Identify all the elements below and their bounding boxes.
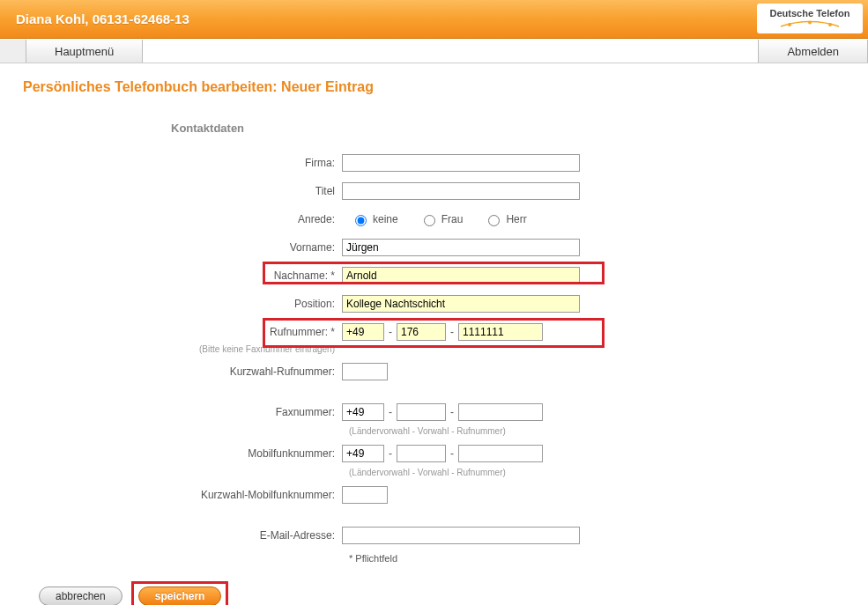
brand-logo: Deutsche Telefon (757, 4, 863, 33)
input-mobil-num[interactable] (458, 445, 543, 462)
input-mobil-area[interactable] (397, 445, 446, 462)
input-position[interactable] (342, 295, 580, 313)
header-bar: Diana Kohl, 06131-62468-13 Deutsche Tele… (0, 0, 868, 39)
highlight-box-speichern: speichern (131, 581, 229, 605)
input-mobil-cc[interactable] (342, 445, 384, 462)
button-bar: abbrechen speichern (0, 578, 868, 605)
label-firma: Firma: (23, 157, 342, 169)
input-fax-area[interactable] (397, 403, 446, 421)
input-fax-num[interactable] (458, 403, 543, 421)
svg-point-2 (828, 23, 832, 26)
save-button[interactable]: speichern (138, 587, 222, 605)
label-mobil: Mobilfunknummer: (23, 447, 342, 460)
radio-anrede-keine-label: keine (373, 213, 398, 225)
input-kurzwahl-ruf[interactable] (342, 363, 388, 380)
page-title: Persönliches Telefonbuch bearbeiten: Neu… (23, 79, 845, 95)
radio-anrede-keine-input[interactable] (355, 215, 367, 226)
radio-anrede-frau[interactable]: Frau (419, 212, 464, 226)
label-anrede: Anrede: (23, 213, 342, 225)
helper-fax-hint: (Ländervorwahl - Vorwahl - Rufnummer) (349, 426, 845, 436)
dash-icon: - (389, 447, 392, 460)
section-title: Kontaktdaten (171, 122, 845, 135)
cancel-button[interactable]: abbrechen (39, 587, 122, 605)
radio-anrede-herr-input[interactable] (488, 215, 500, 226)
brand-swoosh-icon (779, 20, 841, 29)
menu-hauptmenu[interactable]: Hauptmenü (26, 40, 143, 63)
radio-anrede-frau-label: Frau (441, 213, 464, 225)
dash-icon: - (450, 406, 454, 418)
content-area: Persönliches Telefonbuch bearbeiten: Neu… (0, 63, 868, 578)
dash-icon: - (450, 447, 454, 460)
label-kurzwahl-mobil: Kurzwahl-Mobilfunknummer: (23, 489, 342, 501)
radio-anrede-frau-input[interactable] (424, 215, 435, 226)
input-email[interactable] (342, 527, 580, 544)
radio-anrede-herr[interactable]: Herr (484, 212, 526, 226)
dash-icon: - (389, 406, 392, 418)
helper-mobil-hint: (Ländervorwahl - Vorwahl - Rufnummer) (349, 468, 845, 477)
input-kurzwahl-mobil[interactable] (342, 486, 388, 504)
brand-logo-text: Deutsche Telefon (770, 8, 850, 18)
svg-point-1 (808, 21, 812, 25)
label-email: E-Mail-Adresse: (23, 529, 342, 542)
menu-spacer-left (0, 40, 26, 63)
label-vorname: Vorname: (23, 241, 342, 254)
radio-anrede-keine[interactable]: keine (351, 212, 398, 226)
svg-point-0 (788, 23, 791, 26)
highlight-box-rufnummer (263, 318, 605, 348)
input-fax-cc[interactable] (342, 403, 384, 421)
menu-bar: Hauptmenü Abmelden (0, 39, 868, 63)
label-titel: Titel (23, 185, 342, 197)
label-position: Position: (23, 298, 342, 310)
label-fax: Faxnummer: (23, 406, 342, 418)
label-pflichtfeld: * Pflichtfeld (349, 553, 845, 564)
header-user-line: Diana Kohl, 06131-62468-13 (16, 11, 189, 26)
radio-anrede-herr-label: Herr (506, 213, 526, 225)
input-vorname[interactable] (342, 239, 580, 256)
highlight-box-nachname (263, 262, 605, 284)
menu-abmelden[interactable]: Abmelden (758, 40, 868, 63)
label-kurzwahl-ruf: Kurzwahl-Rufnummer: (23, 365, 342, 378)
input-firma[interactable] (342, 154, 580, 172)
input-titel[interactable] (342, 182, 580, 200)
